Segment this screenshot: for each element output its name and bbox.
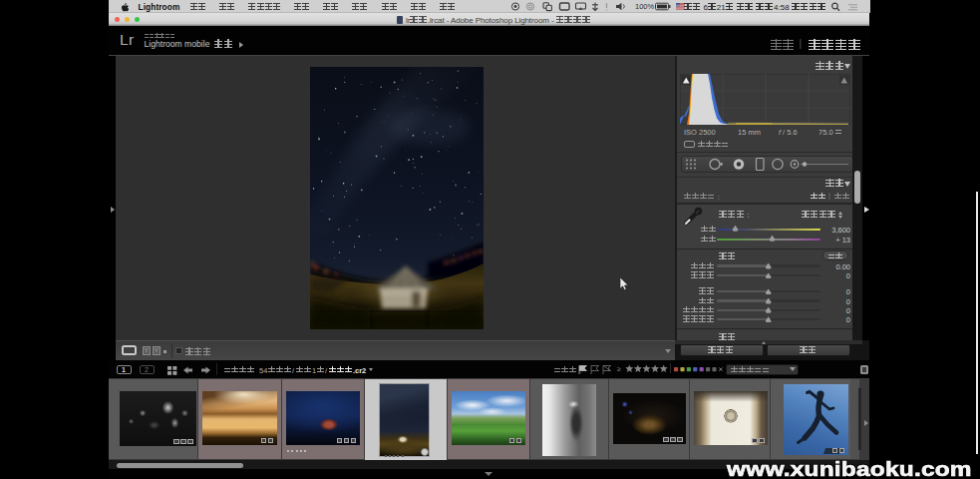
svg-text:100%: 100% [635,2,655,11]
